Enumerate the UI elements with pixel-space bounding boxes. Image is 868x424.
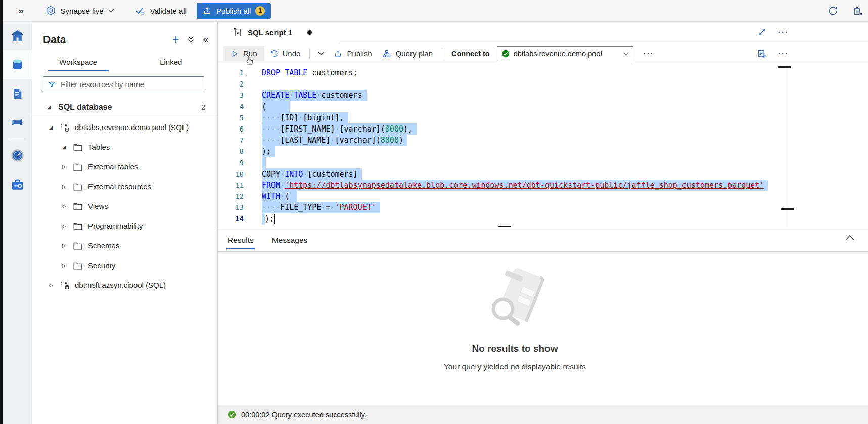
collapse-results-chevron-icon[interactable] [845,235,855,241]
tree-node[interactable]: ▷Security [32,256,217,275]
twisty-expanded-icon[interactable]: ◢ [60,144,68,150]
code-line[interactable]: 3CREATE·TABLE·customers [217,90,868,101]
folder-icon [72,222,83,231]
tab-more-actions-icon[interactable]: ··· [778,28,789,36]
tree-node[interactable]: ▷Schemas [32,236,217,256]
query-plan-button[interactable]: Query plan [377,46,438,61]
code-line[interactable]: 1DROP TABLE customers; [217,67,868,78]
code-line[interactable]: 13····FILE_TYPE·=·'PARQUET' [217,202,868,213]
line-number[interactable]: 4 [217,101,250,112]
validate-all-button[interactable]: Validate all [134,5,187,16]
line-number[interactable]: 2 [217,78,250,90]
twisty-collapsed-icon[interactable]: ▷ [47,282,55,288]
code-line[interactable]: 4( [217,101,868,112]
collapse-all-icon[interactable] [187,35,195,44]
expand-editor-icon[interactable] [757,27,767,37]
line-number[interactable]: 11 [217,180,250,191]
code-editor[interactable]: 1DROP TABLE customers;23CREATE·TABLE·cus… [217,64,868,227]
line-number[interactable]: 14 [217,213,250,224]
twisty-collapsed-icon[interactable]: ▷ [60,223,68,229]
twisty-collapsed-icon[interactable]: ▷ [60,164,68,169]
code-line[interactable]: 6····[FIRST_NAME]·[varchar](8000), [217,123,868,135]
tab-messages[interactable]: Messages [272,236,308,251]
code-line[interactable]: 9 [217,157,868,168]
run-button[interactable]: Run [223,46,264,61]
refresh-icon[interactable] [827,5,839,17]
tree-node[interactable]: ▷dbtmsft.azsyn.cipool (SQL) [32,275,217,295]
results-body: No results to show Your query yielded no… [217,252,868,405]
editor-scrollbar-thumb[interactable] [778,66,791,68]
tree-node[interactable]: ◢Tables [32,137,217,157]
expand-left-panel-icon[interactable]: » [18,5,24,16]
query-plan-label: Query plan [396,49,433,58]
line-number[interactable]: 13 [217,202,250,213]
line-number[interactable]: 1 [217,67,250,78]
twisty-expanded-icon[interactable]: ◢ [47,124,55,130]
tree-node[interactable]: ◢dbtlabs.revenue.demo.pool (SQL) [32,117,217,137]
rail-item-integrate[interactable] [3,108,32,137]
tab-results[interactable]: Results [227,236,254,251]
code-line[interactable]: 11FROM·'https://dbtlabsynapsedatalake.bl… [217,180,868,191]
tab-sql-script-1[interactable]: SQL script 1 [224,22,322,43]
tree-node-label: External tables [88,162,138,171]
code-line[interactable]: 8); [217,146,868,157]
line-number[interactable]: 8 [217,146,250,157]
no-results-empty-state: No results to show Your query yielded no… [217,267,812,371]
tree-node[interactable]: ▷External tables [32,157,217,177]
twisty-collapsed-icon[interactable]: ▷ [60,243,68,248]
connect-to-label: Connect to [451,50,490,58]
rail-item-data[interactable] [3,50,32,79]
twisty-collapsed-icon[interactable]: ▷ [60,263,68,268]
rail-item-home[interactable] [3,21,32,50]
code-line[interactable]: 14); [217,213,868,224]
twisty-collapsed-icon[interactable]: ▷ [60,184,68,189]
data-panel: Data + « Workspace Linked [32,21,218,424]
code-line[interactable]: 2 [217,78,868,90]
code-line[interactable]: 10COPY·INTO·[customers] [217,168,868,180]
validate-all-label: Validate all [150,7,187,15]
tree-node[interactable]: ▷External resources [32,177,217,196]
collapse-panel-icon[interactable]: « [203,35,208,44]
tree-node-sql-database[interactable]: ◢SQL database2 [32,97,217,117]
rail-item-develop[interactable] [3,79,32,108]
filter-resources-box[interactable] [43,76,204,92]
run-options-chevron-icon[interactable] [314,48,329,59]
line-number[interactable]: 12 [217,191,250,202]
code-line[interactable]: 12WITH·( [217,191,868,202]
tree-node[interactable]: ▷Views [32,196,217,216]
tree-node[interactable]: ▷Programmability [32,216,217,236]
integrate-icon [10,116,25,129]
publish-all-label: Publish all [216,7,251,15]
add-resource-button[interactable]: + [172,34,179,45]
editor-scroll-marker[interactable] [781,208,794,210]
properties-icon[interactable] [757,49,767,59]
tab-workspace[interactable]: Workspace [32,52,125,71]
discard-trash-icon[interactable] [852,5,863,17]
line-number[interactable]: 6 [217,123,250,135]
line-number[interactable]: 7 [217,135,250,146]
rail-item-monitor[interactable] [3,141,32,170]
twisty-expanded-icon[interactable]: ◢ [45,104,53,110]
publish-button[interactable]: Publish [329,46,377,61]
line-number[interactable]: 3 [217,90,250,101]
tab-linked[interactable]: Linked [125,52,218,71]
folder-icon [72,261,83,270]
toolbar-more-actions-icon[interactable]: ··· [778,49,789,58]
connect-to-pool-dropdown[interactable]: dbtlabs.revenue.demo.pool [497,46,633,61]
connect-more-actions-icon[interactable]: ··· [644,49,654,58]
folder-icon [72,162,83,172]
publish-all-button[interactable]: Publish all 1 [197,3,271,19]
code-line[interactable]: 7····[LAST_NAME]·[varchar](8000) [217,135,868,146]
tree-node-label: Views [88,202,108,210]
code-line[interactable]: 5····[ID]·[bigint], [217,112,868,123]
line-number[interactable]: 9 [217,157,250,168]
line-number[interactable]: 10 [217,168,250,180]
branch-mode-selector[interactable]: Synapse live [45,5,114,16]
dropdown-chevron-icon [623,52,629,56]
twisty-collapsed-icon[interactable]: ▷ [60,203,68,209]
undo-button[interactable]: Undo [264,46,306,61]
filter-resources-input[interactable] [60,79,200,89]
query-plan-icon [382,49,391,58]
line-number[interactable]: 5 [217,112,250,123]
rail-item-manage[interactable] [3,170,32,199]
